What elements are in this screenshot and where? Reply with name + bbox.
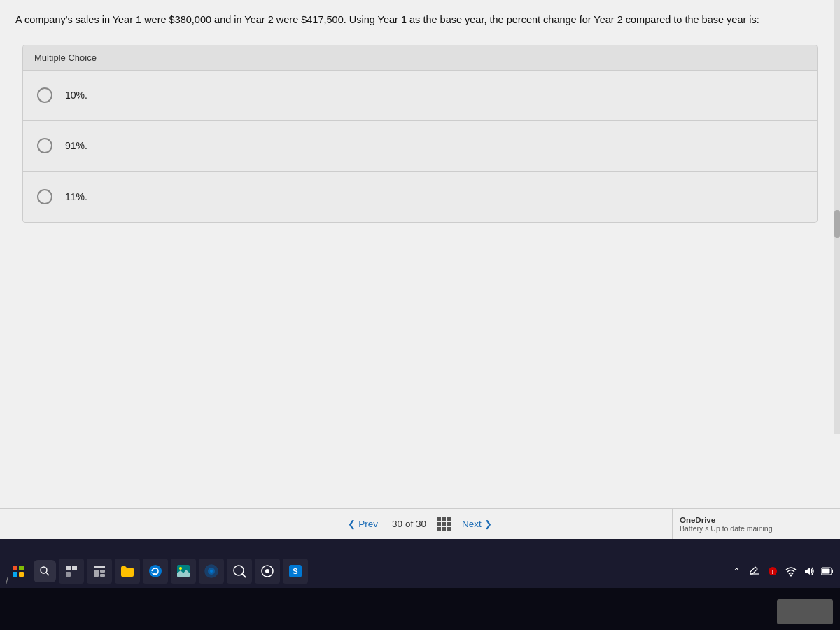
win-grid-cell-4 — [19, 572, 24, 577]
win-grid-cell-2 — [19, 566, 24, 570]
options-container: 10%. 91%. 11%. — [23, 71, 817, 222]
scrollbar[interactable] — [834, 0, 840, 434]
svg-point-24 — [790, 575, 792, 577]
quiz-card: Multiple Choice 10%. 91%. 11%. — [22, 45, 818, 223]
next-button[interactable]: Next ❯ — [462, 519, 492, 529]
volume-icon[interactable] — [802, 564, 816, 578]
page-count: 30 of 30 — [392, 519, 426, 529]
bottom-strip — [0, 588, 840, 630]
bottom-slash: / — [6, 575, 8, 587]
grid-dot-1 — [438, 517, 441, 521]
svg-point-18 — [265, 569, 270, 573]
settings-button[interactable] — [255, 559, 280, 584]
next-chevron-icon: ❯ — [484, 519, 492, 529]
radio-b[interactable] — [37, 138, 52, 153]
file-explorer-icon — [120, 564, 135, 579]
svg-text:!: ! — [772, 568, 774, 575]
volume-speaker-icon — [804, 566, 815, 577]
red-indicator[interactable]: ! — [766, 564, 780, 578]
option-c[interactable]: 11%. — [23, 172, 817, 222]
question-text: A company's sales in Year 1 were $380,00… — [15, 13, 785, 28]
store-button[interactable]: S — [283, 559, 308, 584]
battery-icon[interactable] — [820, 564, 834, 578]
prev-button[interactable]: ❮ Prev — [348, 519, 378, 529]
prev-chevron-icon: ❮ — [348, 519, 356, 529]
system-tray: ⌃ ! — [724, 554, 840, 588]
main-content: A company's sales in Year 1 were $380,00… — [0, 0, 840, 532]
start-button[interactable] — [6, 559, 31, 584]
battery-indicator-icon — [821, 567, 834, 575]
next-label: Next — [462, 519, 482, 529]
grid-dot-8 — [442, 527, 446, 531]
option-a-text: 10%. — [65, 90, 88, 101]
store-icon: S — [288, 564, 303, 579]
search-button[interactable] — [34, 560, 56, 582]
svg-rect-3 — [72, 566, 77, 570]
svg-rect-4 — [66, 572, 71, 577]
svg-rect-2 — [66, 566, 71, 570]
radio-a[interactable] — [37, 88, 52, 103]
search-icon — [39, 566, 50, 577]
wifi-signal-icon — [785, 566, 797, 577]
cortana-button[interactable] — [199, 559, 224, 584]
wifi-icon[interactable] — [784, 564, 798, 578]
win-grid-cell-1 — [13, 566, 18, 570]
notification-icon[interactable] — [748, 564, 762, 578]
tray-hidden-icons[interactable]: ⌃ — [729, 564, 743, 578]
settings-icon — [260, 564, 275, 579]
svg-point-15 — [234, 566, 244, 575]
option-a[interactable]: 10%. — [23, 71, 817, 121]
edge-icon — [148, 564, 163, 579]
radio-c[interactable] — [37, 189, 52, 204]
option-b[interactable]: 91%. — [23, 121, 817, 172]
pen-icon — [749, 566, 760, 577]
svg-point-11 — [179, 567, 182, 570]
svg-rect-8 — [100, 574, 105, 577]
onedrive-title: OneDrive — [680, 516, 833, 524]
grid-dot-7 — [438, 527, 441, 531]
grid-dot-5 — [442, 522, 446, 526]
onedrive-subtitle: Battery s Up to date maining — [680, 524, 833, 533]
photos-button[interactable] — [171, 559, 196, 584]
taskbar: S — [0, 554, 840, 588]
grid-dot-6 — [447, 522, 451, 526]
tray-icons: ⌃ ! — [729, 564, 834, 578]
svg-rect-7 — [100, 570, 105, 573]
option-b-text: 91%. — [65, 140, 88, 151]
option-c-text: 11%. — [65, 191, 88, 202]
grid-dot-4 — [438, 522, 441, 526]
onedrive-notification: OneDrive Battery s Up to date maining — [672, 508, 840, 539]
widgets-button[interactable] — [87, 559, 112, 584]
svg-point-14 — [210, 570, 213, 573]
grid-nav-icon[interactable] — [438, 517, 451, 531]
photos-icon — [176, 564, 191, 579]
grid-dot-9 — [447, 527, 451, 531]
file-explorer-button[interactable] — [115, 559, 140, 584]
win-grid-cell-3 — [13, 572, 18, 577]
section-label: Multiple Choice — [23, 46, 817, 71]
svg-rect-5 — [94, 566, 105, 568]
svg-line-16 — [242, 574, 246, 578]
corner-element — [777, 599, 833, 624]
svg-point-9 — [149, 565, 162, 578]
svg-rect-27 — [822, 569, 830, 574]
widgets-icon — [92, 564, 106, 578]
cortana-icon — [204, 564, 219, 579]
grid-dot-2 — [442, 517, 446, 521]
task-view-icon — [64, 564, 78, 578]
svg-rect-6 — [94, 570, 99, 577]
search2-button[interactable] — [227, 559, 252, 584]
scrollbar-thumb[interactable] — [834, 210, 840, 238]
svg-line-1 — [46, 573, 49, 575]
search2-icon — [232, 564, 247, 579]
svg-rect-26 — [832, 570, 833, 573]
red-circle-icon: ! — [768, 566, 778, 576]
svg-text:S: S — [293, 567, 298, 575]
task-view-button[interactable] — [59, 559, 84, 584]
prev-label: Prev — [358, 519, 378, 529]
svg-point-0 — [41, 567, 47, 573]
edge-browser-button[interactable] — [143, 559, 168, 584]
grid-dot-3 — [447, 517, 451, 521]
